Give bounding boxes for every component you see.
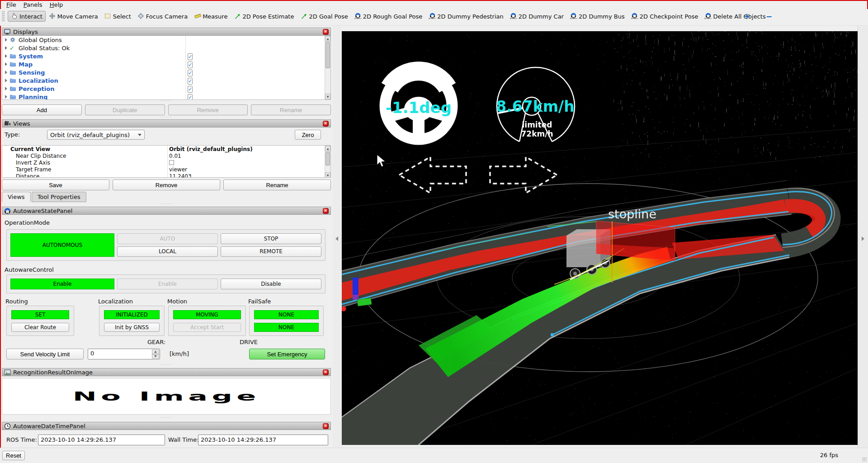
views-panel-titlebar[interactable]: Views ✕ [2, 119, 331, 128]
save-view-button[interactable]: Save [2, 180, 109, 190]
tree-row-global-status-ok[interactable]: ✓Global Status: Ok [2, 44, 330, 52]
init-by-gnss-button[interactable]: Init by GNSS [104, 323, 160, 332]
property-row-near-clip-distance[interactable]: Near Clip Distance0.01 [2, 152, 330, 159]
stop-button[interactable]: STOP [221, 233, 321, 244]
expander-icon[interactable] [4, 146, 8, 152]
tree-row-global-options[interactable]: Global Options [2, 36, 330, 44]
tool-2d-checkpoint-pose[interactable]: WAutoware2D Checkpoint Pose [628, 11, 702, 22]
tree-row-perception[interactable]: Perception✓ [2, 85, 330, 93]
3d-viewport[interactable]: stopline -1.1deg 8.67km/h limited [342, 31, 858, 445]
tool-2d-pose-estimate[interactable]: 2D Pose Estimate [231, 11, 297, 22]
expander-icon[interactable] [2, 87, 9, 90]
display-checkbox[interactable]: ✓ [188, 94, 193, 100]
set-emergency-button[interactable]: Set Emergency [249, 349, 325, 359]
scrollbar-thumb[interactable] [326, 42, 330, 68]
display-checkbox[interactable]: ✓ [188, 70, 193, 76]
tab-tool-properties[interactable]: Tool Properties [32, 192, 86, 202]
right-dock-strip[interactable] [858, 26, 868, 448]
displays-scrollbar[interactable]: ▲ ▼ [325, 36, 330, 99]
tool-delete-all-objects[interactable]: WAutowareDelete All Objects [702, 11, 769, 22]
tool-2d-dummy-car[interactable]: WAutoware2D Dummy Car [507, 11, 567, 22]
spin-up-icon[interactable] [152, 350, 159, 354]
state-panel-titlebar[interactable]: W AutowareStatePanel ✕ [2, 207, 331, 215]
splitter-handle[interactable] [2, 417, 331, 420]
collapse-right-icon[interactable] [862, 236, 864, 241]
menu-item-file[interactable]: File [3, 1, 20, 9]
tree-row-sensing[interactable]: Sensing✓ [2, 68, 330, 76]
add-tool-button[interactable]: + [744, 12, 750, 21]
property-row-current-view[interactable]: Current ViewOrbit (rviz_default_plugins) [2, 146, 330, 152]
tool-2d-dummy-bus[interactable]: WAutoware2D Dummy Bus [567, 11, 628, 22]
tool-2d-rough-goal-pose[interactable]: WAutoware2D Rough Goal Pose [351, 11, 426, 22]
collapse-left-icon[interactable] [335, 236, 338, 241]
reset-button[interactable]: Reset [2, 451, 25, 460]
expander-icon[interactable] [2, 38, 9, 42]
enable-button[interactable]: Enable [10, 279, 114, 289]
accept-start-button[interactable]: Accept Start [173, 323, 241, 332]
displays-panel-titlebar[interactable]: Displays ✕ [2, 28, 331, 36]
remove-button[interactable]: Remove [168, 104, 248, 115]
add-button[interactable]: Add [2, 104, 82, 115]
display-checkbox[interactable]: ✓ [188, 86, 193, 93]
rename-view-button[interactable]: Rename [223, 180, 331, 190]
tab-views[interactable]: Views [2, 192, 31, 202]
property-row-distance[interactable]: Distance11.2403 [2, 173, 330, 178]
scroll-up-icon[interactable]: ▲ [325, 36, 330, 42]
tool-2d-goal-pose[interactable]: 2D Goal Pose [297, 11, 351, 22]
expander-icon[interactable] [2, 46, 9, 50]
remote-button[interactable]: REMOTE [221, 246, 321, 257]
autonomous-button[interactable]: AUTONOMOUS [10, 233, 114, 257]
splitter-handle[interactable] [2, 203, 331, 206]
panel-splitter[interactable] [333, 26, 342, 448]
expander-icon[interactable] [2, 71, 9, 74]
tree-row-localization[interactable]: Localization✓ [2, 76, 330, 85]
clear-route-button[interactable]: Clear Route [11, 323, 69, 332]
recognition-panel-titlebar[interactable]: RecognitionResultOnImage ✕ [2, 368, 331, 376]
scroll-up-icon[interactable]: ▲ [325, 146, 330, 151]
menu-item-help[interactable]: Help [46, 1, 67, 9]
display-checkbox[interactable]: ✓ [188, 61, 193, 68]
expander-icon[interactable] [2, 54, 9, 58]
resize-grip[interactable] [862, 457, 867, 462]
expander-icon[interactable] [2, 95, 9, 99]
close-icon[interactable]: ✕ [323, 423, 329, 429]
auto-button[interactable]: AUTO [117, 233, 218, 244]
tool-move-camera[interactable]: Move Camera [46, 11, 101, 22]
wall-time-field[interactable]: 2023-10-10 14:29:26.137 [198, 435, 328, 445]
splitter-handle[interactable] [2, 364, 331, 367]
close-icon[interactable]: ✕ [323, 208, 329, 214]
spin-down-icon[interactable] [152, 354, 159, 359]
disable-button[interactable]: Disable [221, 279, 321, 289]
splitter-handle[interactable] [2, 100, 331, 103]
view-type-dropdown[interactable]: Orbit (rviz_default_plugins) [47, 130, 145, 140]
duplicate-button[interactable]: Duplicate [85, 104, 165, 115]
views-scrollbar[interactable]: ▲ ▼ [325, 146, 330, 178]
display-checkbox[interactable]: ✓ [188, 78, 193, 85]
remove-tool-button[interactable]: − [766, 12, 772, 21]
send-velocity-limit-button[interactable]: Send Velocity Limit [6, 349, 84, 359]
scrollbar-thumb[interactable] [326, 152, 330, 165]
enable-button[interactable]: Enable [117, 279, 218, 289]
velocity-spinbox[interactable]: 0 [88, 349, 160, 359]
tree-row-system[interactable]: System✓ [2, 52, 330, 60]
tool-measure[interactable]: Measure [191, 11, 231, 22]
scroll-down-icon[interactable]: ▼ [325, 172, 330, 178]
remove-view-button[interactable]: Remove [113, 180, 220, 190]
close-icon[interactable]: ✕ [323, 121, 329, 127]
close-icon[interactable]: ✕ [323, 29, 329, 35]
datetime-panel-titlebar[interactable]: AutowareDateTimePanel ✕ [2, 422, 331, 430]
menu-item-panels[interactable]: Panels [20, 1, 46, 9]
toolbar-grip[interactable] [2, 11, 5, 22]
property-checkbox[interactable] [169, 160, 174, 165]
expander-icon[interactable] [2, 62, 9, 66]
display-checkbox[interactable]: ✓ [188, 53, 193, 60]
local-button[interactable]: LOCAL [117, 246, 218, 257]
property-row-target-frame[interactable]: Target Frameviewer [2, 166, 330, 173]
property-row-invert-z-axis[interactable]: Invert Z Axis [2, 159, 330, 166]
tool-focus-camera[interactable]: Focus Camera [134, 11, 191, 22]
ros-time-field[interactable]: 2023-10-10 14:29:26.137 [38, 435, 165, 445]
tool-interact[interactable]: Interact [8, 11, 46, 22]
close-icon[interactable]: ✕ [323, 369, 329, 375]
tool-select[interactable]: Select [101, 11, 134, 22]
tool-2d-dummy-pedestrian[interactable]: WAutoware2D Dummy Pedestrian [425, 11, 506, 22]
